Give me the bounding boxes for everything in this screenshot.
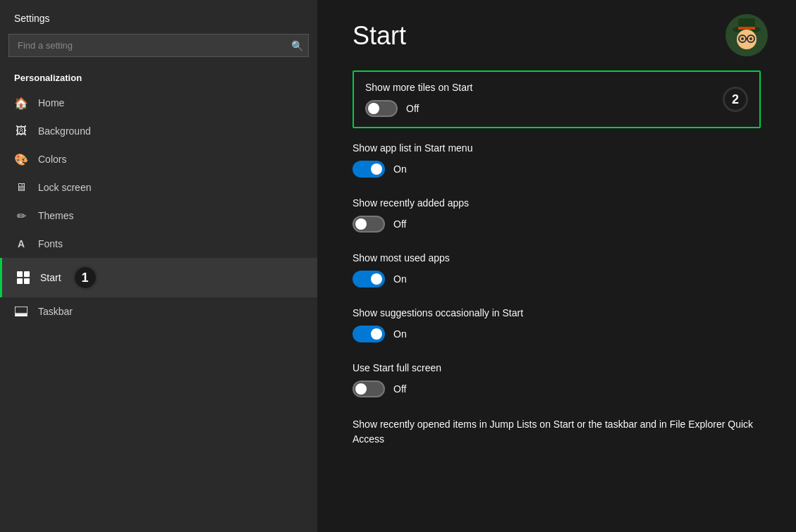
- colors-icon: 🎨: [14, 152, 28, 166]
- bottom-text: Show recently opened items in Jump Lists…: [353, 417, 761, 447]
- section-label: Personalization: [0, 68, 317, 89]
- toggle-use-full-screen[interactable]: [353, 381, 385, 397]
- sidebar-item-label: Themes: [38, 210, 74, 221]
- toggle-show-suggestions[interactable]: [353, 326, 385, 342]
- toggle-row-show-recently-added: Off: [353, 216, 761, 233]
- setting-label-show-app-list: Show app list in Start menu: [353, 142, 761, 154]
- toggle-state-show-suggestions: On: [393, 328, 407, 340]
- toggle-thumb: [355, 218, 367, 230]
- search-input[interactable]: [8, 34, 309, 57]
- svg-rect-4: [15, 307, 27, 314]
- setting-label-show-recently-added: Show recently added apps: [353, 197, 761, 209]
- search-icon[interactable]: 🔍: [291, 40, 303, 51]
- toggle-state-show-recently-added: Off: [393, 218, 406, 230]
- sidebar-item-label: Start: [40, 272, 61, 283]
- svg-rect-0: [17, 271, 23, 277]
- svg-rect-1: [24, 271, 30, 277]
- svg-point-14: [741, 37, 744, 40]
- home-icon: 🏠: [14, 96, 28, 110]
- toggle-thumb: [355, 383, 367, 395]
- fonts-icon: A: [14, 237, 28, 251]
- toggle-track: [353, 271, 385, 287]
- svg-rect-5: [15, 314, 27, 316]
- svg-point-15: [749, 37, 752, 40]
- svg-rect-3: [24, 278, 30, 284]
- sidebar: Settings 🔍 Personalization 🏠 Home 🖼 Back…: [0, 0, 317, 532]
- setting-show-more-tiles: Show more tiles on Start Off 2: [353, 70, 761, 128]
- sidebar-item-label: Background: [38, 125, 91, 137]
- sidebar-item-label: Taskbar: [38, 306, 73, 317]
- toggle-show-recently-added[interactable]: [353, 216, 385, 233]
- sidebar-item-start[interactable]: Start 1: [0, 258, 317, 297]
- start-icon: [16, 271, 30, 285]
- search-box: 🔍: [8, 34, 309, 57]
- toggle-track: [353, 326, 385, 342]
- toggle-thumb: [371, 273, 382, 285]
- background-icon: 🖼: [14, 124, 28, 138]
- step-number-2: 2: [723, 87, 748, 112]
- sidebar-item-home[interactable]: 🏠 Home: [0, 89, 317, 117]
- toggle-track: [365, 100, 398, 117]
- svg-rect-9: [738, 27, 755, 30]
- main-content: Start Show more tiles on Start Off 2 Sho…: [317, 0, 796, 532]
- toggle-thumb: [368, 103, 379, 114]
- toggle-row-show-app-list: On: [353, 161, 761, 178]
- toggle-row-show-more-tiles: Off: [365, 100, 711, 117]
- svg-rect-2: [17, 278, 23, 284]
- sidebar-item-taskbar[interactable]: Taskbar: [0, 297, 317, 326]
- sidebar-item-label: Home: [38, 97, 64, 109]
- setting-show-recently-added: Show recently added apps Off: [353, 197, 761, 233]
- toggle-show-more-tiles[interactable]: [365, 100, 398, 117]
- toggle-thumb: [371, 328, 382, 340]
- toggle-thumb: [371, 163, 382, 175]
- toggle-state-show-most-used: On: [393, 273, 407, 285]
- sidebar-item-themes[interactable]: ✏ Themes: [0, 202, 317, 230]
- sidebar-item-label: Lock screen: [38, 182, 91, 193]
- setting-show-most-used: Show most used apps On: [353, 252, 761, 287]
- setting-label-show-suggestions: Show suggestions occasionally in Start: [353, 307, 761, 318]
- app-title: Settings: [0, 0, 317, 34]
- toggle-row-show-most-used: On: [353, 271, 761, 287]
- setting-use-full-screen: Use Start full screen Off: [353, 362, 761, 397]
- toggle-show-most-used[interactable]: [353, 271, 385, 287]
- step-number-1: 1: [73, 265, 98, 290]
- toggle-state-show-more-tiles: Off: [406, 103, 419, 114]
- sidebar-item-fonts[interactable]: A Fonts: [0, 230, 317, 258]
- toggle-show-app-list[interactable]: [353, 161, 385, 178]
- toggle-track: [353, 216, 385, 233]
- sidebar-item-label: Colors: [38, 154, 66, 165]
- toggle-state-show-app-list: On: [393, 163, 407, 175]
- setting-label-show-most-used: Show most used apps: [353, 252, 761, 264]
- setting-show-suggestions: Show suggestions occasionally in Start O…: [353, 307, 761, 342]
- themes-icon: ✏: [14, 209, 28, 223]
- toggle-track: [353, 381, 385, 397]
- lock-screen-icon: 🖥: [14, 180, 28, 194]
- toggle-state-use-full-screen: Off: [393, 383, 406, 395]
- page-title: Start: [353, 21, 761, 51]
- setting-label-show-more-tiles: Show more tiles on Start: [365, 82, 711, 93]
- setting-show-app-list: Show app list in Start menu On: [353, 142, 761, 178]
- sidebar-nav: 🏠 Home 🖼 Background 🎨 Colors 🖥 Lock scre…: [0, 89, 317, 326]
- sidebar-item-background[interactable]: 🖼 Background: [0, 117, 317, 145]
- avatar: [725, 14, 768, 56]
- toggle-row-use-full-screen: Off: [353, 381, 761, 397]
- toggle-row-show-suggestions: On: [353, 326, 761, 342]
- setting-label-use-full-screen: Use Start full screen: [353, 362, 761, 373]
- taskbar-icon: [14, 304, 28, 318]
- toggle-track: [353, 161, 385, 178]
- sidebar-item-colors[interactable]: 🎨 Colors: [0, 145, 317, 173]
- sidebar-item-label: Fonts: [38, 238, 63, 249]
- sidebar-item-lock-screen[interactable]: 🖥 Lock screen: [0, 173, 317, 202]
